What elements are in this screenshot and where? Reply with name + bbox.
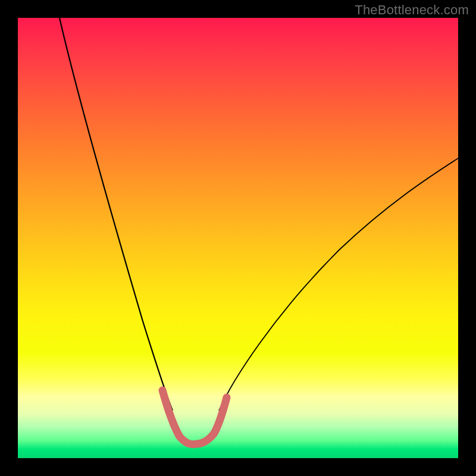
left-curve xyxy=(60,18,173,411)
watermark-text: TheBottleneck.com xyxy=(355,2,469,18)
right-curve xyxy=(219,158,458,411)
highlight-band xyxy=(162,390,227,444)
outer-frame: TheBottleneck.com xyxy=(0,0,476,476)
plot-area xyxy=(18,18,458,458)
curve-overlay xyxy=(18,18,458,458)
